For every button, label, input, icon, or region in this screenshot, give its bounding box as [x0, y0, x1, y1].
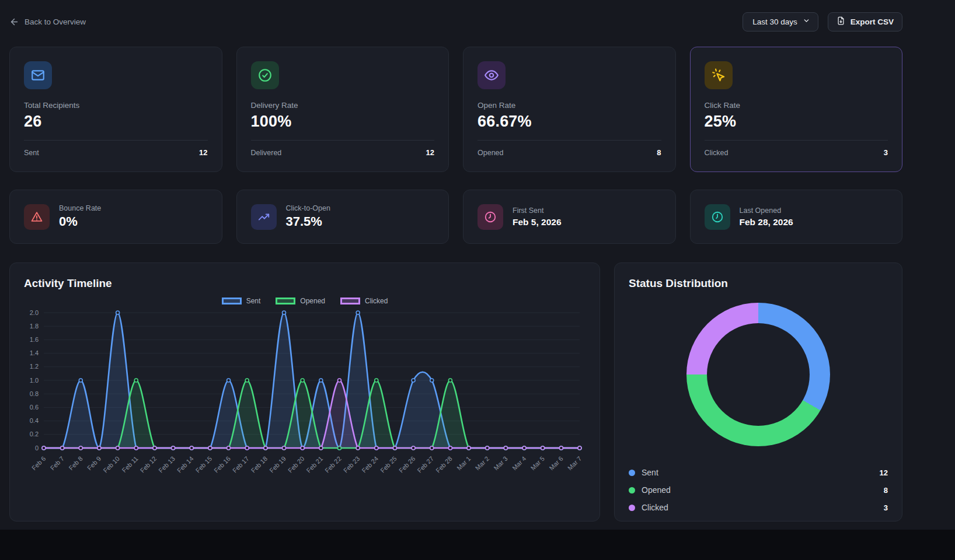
export-csv-button[interactable]: Export CSV — [828, 12, 902, 32]
svg-text:Feb 11: Feb 11 — [121, 455, 140, 474]
mini-card-body: First Sent Feb 5, 2026 — [513, 206, 562, 228]
svg-text:Feb 12: Feb 12 — [139, 455, 158, 474]
mini-label: First Sent — [513, 206, 562, 215]
svg-text:Feb 13: Feb 13 — [157, 455, 176, 474]
legend-item-opened[interactable]: Opened — [276, 297, 325, 305]
svg-text:Feb 6: Feb 6 — [30, 455, 47, 471]
stat-label: Total Recipients — [24, 101, 208, 110]
legend-label: Opened — [300, 297, 325, 305]
legend-item-sent[interactable]: Sent — [222, 297, 261, 305]
divider — [705, 140, 888, 141]
status-donut-chart — [686, 303, 830, 446]
mini-card-body: Last Opened Feb 28, 2026 — [740, 206, 793, 228]
date-range-select[interactable]: Last 30 days — [743, 12, 818, 32]
svg-text:1.6: 1.6 — [30, 336, 39, 343]
eye-icon — [478, 61, 506, 89]
svg-text:Feb 19: Feb 19 — [268, 455, 287, 474]
svg-text:Feb 8: Feb 8 — [67, 455, 83, 471]
svg-text:Mar 2: Mar 2 — [474, 455, 490, 471]
legend-label: Opened — [642, 485, 671, 495]
topbar-actions: Last 30 days Export CSV — [743, 12, 902, 32]
chevron-down-icon — [803, 17, 810, 26]
stat-footer-value: 12 — [199, 148, 207, 157]
stat-card-grid: Total Recipients 26 Sent 12 Delivery Rat… — [9, 47, 902, 172]
timeline-legend: Sent Opened Clicked — [24, 295, 585, 307]
stat-card-total-recipients[interactable]: Total Recipients 26 Sent 12 — [9, 47, 222, 172]
divider — [251, 140, 435, 141]
svg-text:Mar 6: Mar 6 — [548, 455, 564, 471]
legend-swatch-clicked — [340, 298, 360, 304]
stat-footer-label: Opened — [478, 149, 503, 157]
back-link-label: Back to Overview — [25, 18, 86, 26]
svg-text:Feb 18: Feb 18 — [250, 455, 269, 474]
legend-label: Clicked — [642, 503, 668, 512]
donut-hole — [707, 323, 810, 426]
stat-value: 100% — [251, 113, 435, 131]
stat-card-delivery-rate[interactable]: Delivery Rate 100% Delivered 12 — [236, 47, 449, 172]
stat-label: Open Rate — [478, 101, 661, 110]
mini-value: 37.5% — [286, 214, 330, 229]
stat-footer-value: 8 — [657, 148, 661, 157]
svg-text:Feb 10: Feb 10 — [102, 455, 121, 474]
mail-icon — [24, 61, 52, 89]
cursor-click-icon — [705, 61, 733, 89]
legend-swatch-opened — [276, 298, 295, 304]
mini-card-grid: Bounce Rate 0% Click-to-Open 37.5% First… — [9, 190, 902, 244]
legend-label: Clicked — [365, 297, 388, 305]
svg-text:Mar 3: Mar 3 — [492, 455, 508, 471]
legend-value: 3 — [884, 503, 888, 512]
svg-text:0.2: 0.2 — [30, 430, 39, 438]
status-legend: Sent 12 Opened 8 Clicked 3 — [629, 464, 888, 516]
stat-label: Delivery Rate — [251, 101, 435, 110]
svg-text:Feb 15: Feb 15 — [194, 455, 214, 474]
topbar: Back to Overview Last 30 days Export CSV — [9, 0, 902, 31]
legend-value: 12 — [880, 468, 888, 477]
legend-item-clicked[interactable]: Clicked — [340, 297, 388, 305]
svg-text:1.4: 1.4 — [30, 349, 39, 356]
legend-dot-opened — [629, 487, 635, 494]
stat-footer: Clicked 3 — [705, 148, 888, 157]
svg-text:1.0: 1.0 — [30, 377, 39, 384]
stat-footer: Delivered 12 — [251, 148, 435, 157]
clock-icon — [705, 204, 730, 230]
svg-text:Feb 24: Feb 24 — [361, 455, 380, 474]
trending-up-icon — [251, 204, 277, 230]
svg-text:Feb 9: Feb 9 — [86, 455, 102, 471]
svg-text:1.8: 1.8 — [30, 323, 39, 330]
warning-triangle-icon — [24, 204, 50, 230]
svg-text:0: 0 — [35, 444, 39, 452]
back-to-overview-link[interactable]: Back to Overview — [9, 17, 86, 27]
divider — [24, 140, 208, 141]
mini-label: Click-to-Open — [286, 204, 330, 212]
stat-footer-value: 12 — [426, 148, 434, 157]
svg-text:Feb 25: Feb 25 — [379, 455, 398, 474]
clock-icon — [478, 204, 503, 230]
stat-value: 25% — [705, 113, 888, 131]
svg-text:2.0: 2.0 — [30, 309, 39, 316]
stat-footer: Opened 8 — [478, 148, 661, 157]
divider — [478, 140, 661, 141]
activity-timeline-title: Activity Timeline — [24, 277, 585, 290]
stat-card-open-rate[interactable]: Open Rate 66.67% Opened 8 — [463, 47, 676, 172]
status-legend-row-clicked: Clicked 3 — [629, 499, 888, 516]
arrow-left-icon — [9, 17, 19, 27]
mini-label: Last Opened — [740, 206, 793, 215]
status-legend-row-sent: Sent 12 — [629, 464, 888, 481]
svg-text:Feb 14: Feb 14 — [176, 455, 195, 474]
export-csv-label: Export CSV — [851, 18, 894, 26]
mini-card-body: Click-to-Open 37.5% — [286, 204, 330, 229]
charts-row: Activity Timeline Sent Opened Clicked 00… — [9, 262, 902, 522]
svg-text:Feb 23: Feb 23 — [342, 455, 361, 474]
stat-footer-label: Sent — [24, 149, 39, 157]
check-circle-icon — [251, 61, 279, 89]
svg-text:Feb 7: Feb 7 — [49, 455, 65, 471]
svg-text:Feb 26: Feb 26 — [398, 455, 417, 474]
stat-footer-label: Clicked — [705, 149, 729, 157]
donut-wrap — [629, 303, 888, 446]
svg-text:Mar 1: Mar 1 — [455, 455, 472, 471]
status-distribution-title: Status Distribution — [629, 277, 888, 290]
legend-dot-sent — [629, 470, 635, 476]
svg-text:Feb 17: Feb 17 — [231, 455, 250, 474]
stat-footer-label: Delivered — [251, 149, 282, 157]
stat-card-click-rate[interactable]: Click Rate 25% Clicked 3 — [690, 47, 903, 172]
